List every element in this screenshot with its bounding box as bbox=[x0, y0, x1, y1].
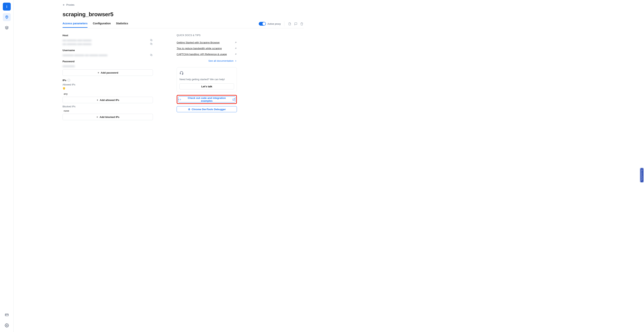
username-label: Username bbox=[62, 49, 153, 52]
tab-statistics[interactable]: Statistics bbox=[116, 22, 128, 28]
add-blocked-ips-label: Add blocked IPs bbox=[100, 116, 120, 118]
access-parameters-panel: Host xxx.xxxxxxxx.xxxx:xxxxxxx xxx.xxxxx… bbox=[62, 34, 153, 123]
copy-icon bbox=[150, 43, 153, 45]
accessibility-widget[interactable]: Accessibility bbox=[640, 168, 644, 183]
add-allowed-ips-label: Add allowed IPs bbox=[100, 99, 120, 101]
svg-rect-25 bbox=[180, 73, 181, 74]
code-examples-label: Check out code and integration examples bbox=[182, 97, 232, 102]
devtools-label: Chrome DevTools Debugger bbox=[192, 108, 226, 111]
quick-docs-heading: QUICK DOCS & TIPS bbox=[177, 34, 237, 37]
code-examples-highlight: Check out code and integration examples bbox=[177, 95, 237, 104]
ips-info-icon[interactable]: i bbox=[68, 79, 70, 82]
credit-card-icon bbox=[5, 313, 9, 317]
svg-rect-0 bbox=[6, 6, 7, 8]
copy-username[interactable] bbox=[150, 54, 153, 57]
document-action[interactable] bbox=[288, 22, 292, 26]
delete-action[interactable] bbox=[300, 22, 304, 26]
password-value: xxxxxxxxxx bbox=[62, 65, 75, 68]
tabs: Access parameters Configuration Statisti… bbox=[62, 21, 304, 28]
sidebar-item-billing[interactable] bbox=[3, 311, 11, 319]
host-label: Host bbox=[62, 34, 153, 37]
svg-rect-26 bbox=[182, 73, 183, 74]
svg-line-27 bbox=[234, 98, 235, 99]
active-proxy-toggle[interactable] bbox=[259, 22, 266, 26]
tab-configuration[interactable]: Configuration bbox=[93, 22, 111, 28]
username-value: xxxxxxxxx-xxxxxxxx-xxx-xxxxxxx-xxxxxxx bbox=[62, 54, 107, 57]
ips-label: IPs bbox=[62, 79, 66, 82]
tab-access-parameters[interactable]: Access parameters bbox=[62, 22, 88, 28]
arrow-left-icon bbox=[62, 4, 65, 6]
svg-line-22 bbox=[235, 42, 236, 43]
svg-point-1 bbox=[6, 5, 7, 6]
breadcrumb-label: Proxies bbox=[66, 4, 74, 6]
help-card: Need help getting started? We can help! … bbox=[177, 67, 237, 92]
gear-icon bbox=[5, 323, 9, 327]
sidebar-item-layers[interactable] bbox=[3, 24, 11, 32]
right-panel: QUICK DOCS & TIPS Getting Started with S… bbox=[177, 34, 237, 123]
shield-warning-icon bbox=[62, 87, 66, 90]
external-link-icon bbox=[232, 98, 235, 101]
svg-point-2 bbox=[6, 17, 7, 17]
blocked-ips-label: Blocked IPs bbox=[62, 105, 153, 108]
file-icon bbox=[288, 22, 291, 26]
doc-link-label: Getting Started with Scraping Browser bbox=[177, 41, 220, 44]
main: Proxies scraping_browser5 Access paramet… bbox=[14, 0, 644, 332]
add-password-label: Add password bbox=[101, 71, 118, 74]
chevron-right-icon bbox=[235, 60, 237, 62]
doc-link-getting-started[interactable]: Getting Started with Scraping Browser bbox=[177, 40, 237, 46]
sidebar bbox=[0, 0, 14, 332]
help-text: Need help getting started? We can help! bbox=[180, 78, 234, 81]
svg-line-35 bbox=[190, 110, 190, 110]
copy-icon bbox=[150, 39, 153, 42]
sidebar-item-location[interactable] bbox=[3, 13, 11, 21]
svg-rect-16 bbox=[64, 88, 64, 89]
add-password-button[interactable]: Add password bbox=[62, 69, 153, 76]
svg-point-17 bbox=[64, 89, 64, 89]
host-value-1: xxx.xxxxxxxx.xxxx:xxxxxxx bbox=[62, 39, 92, 42]
external-link-icon bbox=[234, 41, 237, 44]
bug-icon bbox=[188, 108, 190, 111]
doc-link-label: CAPTCHA handling: API Reference & usage bbox=[177, 53, 227, 56]
comment-icon bbox=[294, 22, 297, 26]
doc-link-bandwidth[interactable]: Tips to reduce bandwidth while scraping bbox=[177, 46, 237, 51]
external-link-icon bbox=[234, 53, 237, 56]
svg-point-6 bbox=[6, 325, 7, 326]
see-all-documentation[interactable]: See all documentation bbox=[177, 59, 237, 62]
page-title: scraping_browser5 bbox=[62, 11, 304, 18]
sidebar-item-settings[interactable] bbox=[3, 321, 11, 329]
code-icon bbox=[178, 98, 181, 101]
location-pin-icon bbox=[5, 15, 9, 19]
allowed-ips-label: Allowed IPs bbox=[62, 83, 153, 86]
svg-rect-3 bbox=[5, 314, 8, 316]
trash-icon bbox=[300, 22, 303, 26]
add-blocked-ips-button[interactable]: Add blocked IPs bbox=[62, 114, 153, 120]
doc-link-label: Tips to reduce bandwidth while scraping bbox=[177, 47, 222, 50]
sidebar-item-info[interactable] bbox=[3, 3, 11, 11]
copy-host-2[interactable] bbox=[150, 43, 153, 46]
allowed-ips-value: any bbox=[62, 91, 153, 97]
breadcrumb-back[interactable]: Proxies bbox=[62, 4, 304, 6]
plus-icon bbox=[96, 99, 99, 101]
active-proxy-label: Active proxy bbox=[268, 23, 281, 25]
info-icon bbox=[5, 5, 9, 9]
headset-icon bbox=[180, 71, 184, 75]
svg-line-24 bbox=[235, 54, 236, 55]
lets-talk-button[interactable]: Let's talk bbox=[180, 83, 234, 89]
code-examples-button[interactable]: Check out code and integration examples bbox=[178, 96, 236, 102]
layers-icon bbox=[5, 26, 9, 30]
svg-line-34 bbox=[188, 110, 189, 110]
copy-host-1[interactable] bbox=[150, 39, 153, 42]
doc-link-captcha[interactable]: CAPTCHA handling: API Reference & usage bbox=[177, 51, 237, 57]
external-link-icon bbox=[234, 47, 237, 50]
devtools-debugger-button[interactable]: Chrome DevTools Debugger bbox=[177, 106, 237, 112]
password-label: Password bbox=[62, 60, 153, 63]
blocked-ips-value: none bbox=[62, 108, 153, 114]
svg-line-23 bbox=[235, 48, 236, 49]
plus-icon bbox=[97, 72, 100, 74]
see-all-label: See all documentation bbox=[208, 59, 234, 62]
plus-icon bbox=[96, 116, 98, 118]
host-value-2: xxx.xxxxxxxx.xxxx:xxxxxxx bbox=[62, 43, 92, 46]
add-allowed-ips-button[interactable]: Add allowed IPs bbox=[62, 97, 153, 103]
comment-action[interactable] bbox=[294, 22, 298, 26]
copy-icon bbox=[150, 54, 153, 56]
